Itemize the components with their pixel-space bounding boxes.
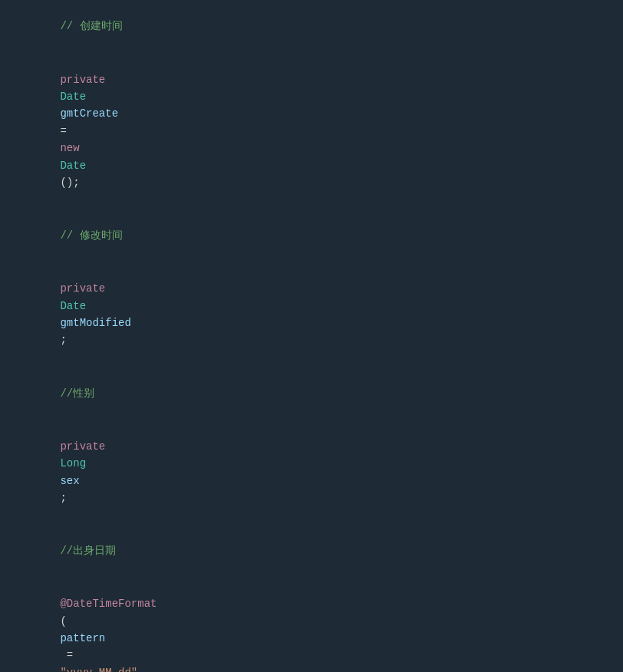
line-content: //性别 bbox=[15, 367, 623, 419]
type-keyword: Long bbox=[60, 457, 92, 469]
keyword: private bbox=[60, 74, 111, 86]
code-line: private Date gmtModified ; bbox=[0, 262, 623, 367]
code-line: private Long sex ; bbox=[0, 420, 623, 524]
line-content: @DateTimeFormat ( pattern = "yyyy-MM-dd"… bbox=[15, 578, 623, 672]
type-keyword: Date bbox=[60, 160, 86, 172]
code-editor: // 创建时间 private Date gmtCreate = new Dat… bbox=[0, 0, 623, 672]
line-content: // 修改时间 bbox=[15, 210, 623, 262]
keyword: new bbox=[60, 142, 86, 154]
punct: ; bbox=[60, 492, 66, 504]
punct: ( bbox=[60, 615, 66, 628]
punct: = bbox=[60, 649, 79, 661]
punct: = bbox=[60, 125, 73, 137]
type-keyword: Date bbox=[60, 300, 92, 312]
string-value: "yyyy-MM-dd" bbox=[60, 667, 137, 672]
line-content: // 创建时间 bbox=[15, 1, 623, 52]
annotation: @DateTimeFormat bbox=[60, 598, 157, 610]
var-name: gmtModified bbox=[60, 317, 130, 329]
code-line: private Date gmtCreate = new Date (); bbox=[0, 53, 623, 209]
line-content: //出身日期 bbox=[15, 525, 623, 577]
comment-text: //性别 bbox=[60, 387, 94, 400]
param-name: pattern bbox=[60, 632, 105, 644]
punct: ; bbox=[60, 334, 66, 346]
code-line: @DateTimeFormat ( pattern = "yyyy-MM-dd"… bbox=[0, 578, 623, 672]
var-name: gmtCreate bbox=[60, 107, 124, 120]
comment-text: //出身日期 bbox=[60, 545, 116, 557]
line-content: private Date gmtModified ; bbox=[15, 263, 623, 366]
code-line: //出身日期 bbox=[0, 525, 623, 578]
comment-text: // 修改时间 bbox=[60, 229, 122, 242]
line-content: private Long sex ; bbox=[15, 420, 623, 523]
punct: (); bbox=[60, 176, 79, 189]
comment-text: // 创建时间 bbox=[60, 20, 122, 32]
code-line: //性别 bbox=[0, 367, 623, 420]
keyword: private bbox=[60, 282, 111, 295]
keyword: private bbox=[60, 440, 111, 453]
type-keyword: Date bbox=[60, 91, 92, 103]
line-content: private Date gmtCreate = new Date (); bbox=[15, 54, 623, 209]
var-name: sex bbox=[60, 475, 79, 487]
code-line: // 创建时间 bbox=[0, 0, 623, 53]
code-line: // 修改时间 bbox=[0, 209, 623, 262]
